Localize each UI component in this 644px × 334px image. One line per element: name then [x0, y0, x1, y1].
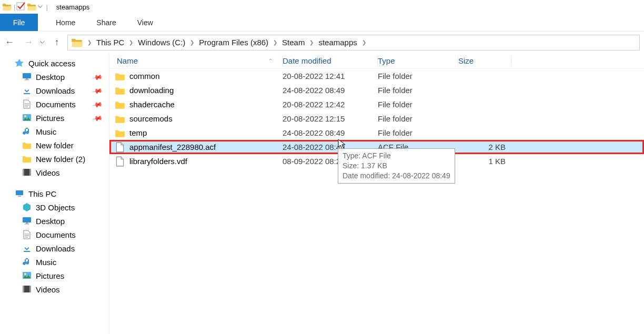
file-date: 24-08-2022 08:49	[283, 128, 377, 137]
sidebar-quick-access[interactable]: Quick access	[0, 56, 109, 70]
breadcrumb-separator[interactable]: ❯	[188, 39, 196, 45]
sidebar-item[interactable]: Desktop📌	[0, 70, 109, 84]
file-name: appmanifest_228980.acf	[129, 143, 216, 151]
breadcrumb-item[interactable]: This PC	[93, 35, 127, 50]
sidebar-item[interactable]: Desktop	[0, 214, 109, 228]
breadcrumb-item[interactable]: Steam	[279, 35, 308, 50]
sidebar-item[interactable]: Music	[0, 125, 109, 138]
sidebar-item[interactable]: New folder	[0, 138, 109, 152]
folder-icon	[115, 114, 125, 124]
title-separator: |	[14, 3, 15, 11]
file-type: File folder	[378, 86, 458, 95]
file-type: File folder	[378, 72, 458, 80]
column-headers: Name ⌃ Date modified Type Size	[109, 53, 644, 69]
sidebar-item[interactable]: Videos	[0, 166, 109, 179]
sidebar-item[interactable]: Downloads	[0, 241, 109, 255]
column-header-date[interactable]: Date modified	[283, 56, 377, 65]
sidebar-item[interactable]: Pictures📌	[0, 111, 109, 125]
sidebar-item[interactable]: Pictures	[0, 269, 109, 282]
address-bar[interactable]: ❯ This PC❯ Windows (C:)❯ Program Files (…	[67, 35, 640, 50]
folder-icon	[71, 37, 83, 48]
file-name: libraryfolders.vdf	[129, 157, 187, 166]
breadcrumb-separator[interactable]: ❯	[308, 39, 315, 45]
file-date: 20-08-2022 12:15	[283, 114, 377, 123]
forward-button[interactable]: →	[19, 37, 38, 48]
sidebar-item-label: Pictures	[36, 271, 64, 280]
sidebar-this-pc[interactable]: This PC	[0, 187, 109, 200]
sidebar-heading-label: Quick access	[28, 59, 75, 68]
navigation-pane: Quick access Desktop📌 Downloads📌 Documen…	[0, 53, 109, 334]
desktop-icon	[22, 72, 32, 82]
video-icon	[22, 168, 32, 177]
file-type: File folder	[378, 114, 458, 123]
picture-icon	[22, 113, 32, 123]
column-header-name[interactable]: Name ⌃	[109, 56, 282, 65]
sidebar-item[interactable]: Downloads📌	[0, 84, 109, 97]
window-title: steamapps	[56, 3, 90, 11]
back-button[interactable]: ←	[0, 37, 19, 48]
file-date: 20-08-2022 12:42	[283, 100, 377, 109]
file-row[interactable]: sourcemods 20-08-2022 12:15 File folder	[109, 112, 644, 126]
file-type: File folder	[378, 128, 458, 137]
sidebar-item-label: Documents	[36, 100, 76, 109]
chevron-down-icon[interactable]	[39, 39, 46, 46]
desktop-icon	[22, 216, 32, 226]
title-bar: | | steamapps	[0, 0, 644, 14]
file-row[interactable]: temp 24-08-2022 08:49 File folder	[109, 126, 644, 140]
checkbox-icon[interactable]	[16, 2, 26, 12]
file-row[interactable]: shadercache 20-08-2022 12:42 File folder	[109, 97, 644, 112]
column-header-size[interactable]: Size	[458, 56, 511, 65]
tab-file[interactable]: File	[0, 14, 38, 31]
sidebar-item[interactable]: Documents	[0, 228, 109, 241]
sidebar-heading-label: This PC	[28, 189, 56, 198]
column-header-label: Name	[117, 56, 138, 65]
breadcrumb-item[interactable]: steamapps	[315, 35, 360, 50]
tooltip-size: Size: 1.37 KB	[343, 161, 450, 171]
sidebar-item[interactable]: 3D Objects	[0, 200, 109, 214]
pin-icon: 📌	[92, 85, 103, 96]
file-row[interactable]: common 20-08-2022 12:41 File folder	[109, 69, 644, 83]
tab-share[interactable]: Share	[86, 14, 126, 31]
tab-home[interactable]: Home	[45, 14, 86, 31]
pin-icon: 📌	[92, 98, 103, 109]
music-icon	[22, 127, 32, 136]
file-date: 20-08-2022 12:41	[283, 72, 377, 80]
folder-icon	[27, 2, 36, 12]
file-icon	[115, 142, 125, 153]
navigation-bar: ← → ↑ ❯ This PC❯ Windows (C:)❯ Program F…	[0, 32, 644, 53]
folder-icon	[115, 128, 125, 138]
folder-icon	[22, 140, 32, 150]
breadcrumb-separator[interactable]: ❯	[127, 39, 135, 45]
column-header-type[interactable]: Type	[378, 56, 458, 65]
file-name: temp	[129, 128, 147, 137]
folder-icon	[115, 71, 125, 82]
file-row[interactable]: downloading 24-08-2022 08:49 File folder	[109, 83, 644, 97]
up-button[interactable]: ↑	[47, 37, 66, 48]
chevron-down-icon[interactable]	[37, 2, 44, 12]
file-size: 2 KB	[458, 143, 511, 151]
ribbon-tabs: File Home Share View	[0, 14, 644, 32]
sidebar-item[interactable]: Music	[0, 255, 109, 269]
folder-icon	[115, 99, 125, 110]
breadcrumb-separator[interactable]: ❯	[86, 39, 93, 45]
sort-indicator-icon: ⌃	[268, 58, 273, 64]
sidebar-item-label: Videos	[36, 285, 60, 294]
file-date: 24-08-2022 08:49	[283, 86, 377, 95]
breadcrumb-separator[interactable]: ❯	[360, 39, 368, 45]
video-icon	[22, 285, 32, 294]
folder-icon	[2, 2, 12, 12]
document-icon	[22, 99, 32, 109]
tab-view[interactable]: View	[127, 14, 164, 31]
sidebar-item[interactable]: Documents📌	[0, 97, 109, 111]
breadcrumb-item[interactable]: Windows (C:)	[135, 35, 188, 50]
sidebar-item[interactable]: New folder (2)	[0, 152, 109, 166]
sidebar-item-label: 3D Objects	[36, 203, 75, 212]
breadcrumb-item[interactable]: Program Files (x86)	[196, 35, 271, 50]
sidebar-item[interactable]: Videos	[0, 282, 109, 296]
breadcrumb-separator[interactable]: ❯	[271, 39, 279, 45]
pin-icon: 📌	[92, 112, 103, 123]
music-icon	[22, 257, 32, 267]
3d-icon	[22, 203, 32, 212]
sidebar-item-label: Pictures	[36, 114, 64, 123]
sidebar-item-label: New folder	[36, 141, 74, 150]
